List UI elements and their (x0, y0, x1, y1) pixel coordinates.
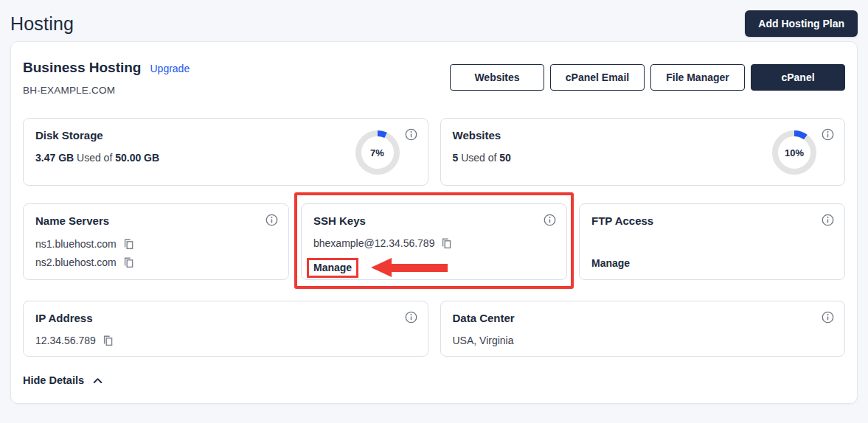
name-server-row: ns2.bluehost.com (35, 256, 277, 268)
annotation-manage-box: Manage (307, 258, 358, 278)
ssh-manage-link[interactable]: Manage (313, 262, 352, 273)
plan-domain: BH-EXAMPLE.COM (23, 85, 190, 96)
ssh-manage-row: Manage (313, 258, 555, 277)
hosting-page: Hosting Add Hosting Plan Business Hostin… (0, 0, 868, 423)
plan-actions: Websites cPanel Email File Manager cPane… (450, 64, 845, 91)
copy-icon[interactable] (124, 239, 133, 250)
info-icon[interactable] (820, 212, 836, 228)
info-icon[interactable] (542, 212, 558, 228)
websites-card: Websites 5 Used of 50 10% (440, 118, 846, 186)
hide-details-toggle[interactable]: Hide Details (23, 374, 103, 386)
plan-name: Business Hosting (23, 60, 141, 76)
card-title: IP Address (35, 312, 416, 324)
page-title: Hosting (10, 13, 74, 35)
disk-storage-card: Disk Storage 3.47 GB Used of 50.00 GB 7% (23, 118, 428, 186)
websites-button[interactable]: Websites (450, 64, 544, 91)
ftp-manage-link[interactable]: Manage (591, 257, 833, 269)
topbar: Hosting Add Hosting Plan (10, 0, 858, 38)
cpanel-button[interactable]: cPanel (751, 64, 845, 91)
info-icon[interactable] (820, 310, 836, 325)
card-title: Name Servers (35, 214, 277, 227)
cpanel-email-button[interactable]: cPanel Email (550, 64, 645, 91)
copy-icon[interactable] (124, 257, 133, 268)
donut-percent-label: 10% (771, 129, 818, 176)
ssh-key-value-row: bhexample@12.34.56.789 (313, 237, 555, 249)
meta-cards-row: IP Address 12.34.56.789 Data Center USA,… (23, 301, 845, 357)
info-icon[interactable] (820, 127, 836, 142)
file-manager-button[interactable]: File Manager (650, 64, 745, 91)
name-servers-card: Name Servers ns1.bluehost.com ns2.blueho… (23, 203, 289, 280)
copy-icon[interactable] (442, 238, 451, 249)
data-center-value: USA, Virginia (453, 335, 833, 346)
data-center-card: Data Center USA, Virginia (440, 301, 846, 357)
name-server-value: ns2.bluehost.com (35, 256, 117, 268)
upgrade-link[interactable]: Upgrade (150, 63, 190, 74)
plan-identity: Business Hosting Upgrade BH-EXAMPLE.COM (23, 60, 190, 96)
ssh-keys-card: SSH Keys bhexample@12.34.56.789 Manage (301, 203, 567, 280)
name-server-value: ns1.bluehost.com (35, 238, 117, 250)
disk-usage-donut: 7% (354, 129, 401, 176)
card-title: FTP Access (591, 214, 833, 227)
ip-address-value: 12.34.56.789 (35, 335, 96, 346)
info-icon[interactable] (264, 212, 280, 228)
card-title: Data Center (453, 312, 833, 324)
ssh-keys-card-wrapper: SSH Keys bhexample@12.34.56.789 Manage (301, 203, 567, 280)
info-icon[interactable] (403, 310, 419, 325)
name-server-list: ns1.bluehost.com ns2.bluehost.com (35, 238, 277, 268)
hosting-plan-panel: Business Hosting Upgrade BH-EXAMPLE.COM … (10, 41, 858, 404)
add-hosting-plan-button[interactable]: Add Hosting Plan (745, 10, 858, 37)
card-title: SSH Keys (313, 214, 555, 227)
websites-usage-donut: 10% (771, 129, 818, 176)
hide-details-label: Hide Details (23, 374, 84, 386)
ip-address-row: 12.34.56.789 (35, 335, 416, 346)
ftp-access-card: FTP Access Manage (579, 203, 845, 280)
info-icon[interactable] (403, 127, 419, 142)
chevron-up-icon (93, 377, 103, 384)
ssh-key-value: bhexample@12.34.56.789 (313, 237, 434, 249)
ip-address-card: IP Address 12.34.56.789 (23, 301, 428, 357)
name-server-row: ns1.bluehost.com (35, 238, 277, 250)
plan-header: Business Hosting Upgrade BH-EXAMPLE.COM … (23, 60, 845, 96)
detail-cards-row: Name Servers ns1.bluehost.com ns2.blueho… (23, 203, 845, 280)
copy-icon[interactable] (103, 335, 113, 346)
donut-percent-label: 7% (354, 129, 401, 176)
usage-cards-row: Disk Storage 3.47 GB Used of 50.00 GB 7%… (23, 118, 845, 186)
annotation-arrow (371, 258, 448, 277)
